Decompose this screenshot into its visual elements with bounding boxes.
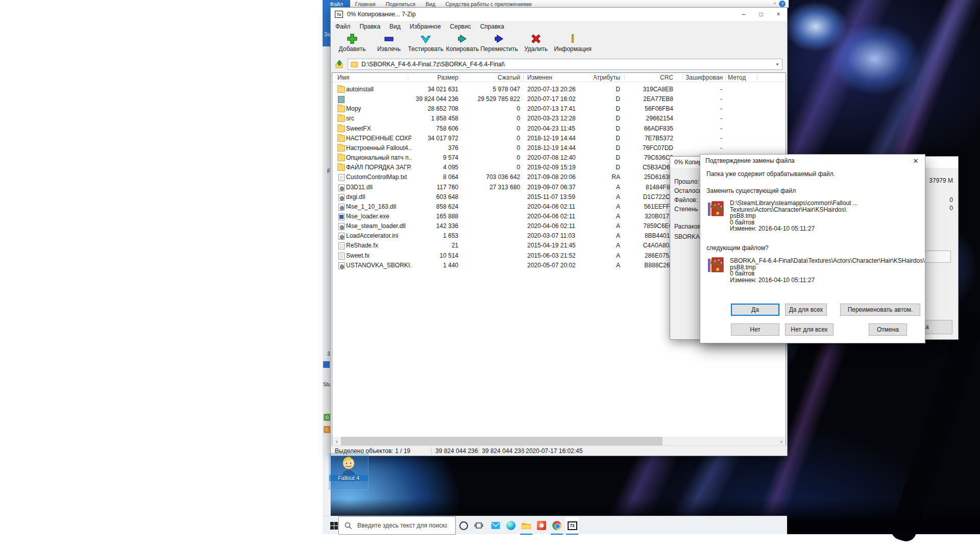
column-crc[interactable]: CRC — [627, 74, 673, 81]
cell-mod: 2019-09-07 06:37 — [527, 184, 595, 191]
column-size[interactable]: Размер — [410, 74, 458, 81]
menu-view[interactable]: Вид — [385, 23, 405, 30]
file-explorer-icon — [521, 521, 531, 530]
cell-enc: - — [683, 125, 722, 132]
gear-icon — [338, 184, 345, 191]
auto-rename-button[interactable]: Переименовать автом. — [840, 304, 920, 316]
tab-share[interactable]: Поделиться — [381, 1, 421, 8]
copy-button[interactable]: Копировать — [444, 32, 481, 53]
cell-mod: 2020-05-07 20:02 — [527, 262, 595, 269]
vault-boy-icon — [338, 455, 359, 475]
extract-button[interactable]: Извлечь — [371, 32, 407, 53]
cancel-button[interactable]: Отмена — [869, 323, 907, 336]
delete-button[interactable]: Удалить — [518, 32, 554, 53]
cell-enc: - — [683, 105, 722, 112]
tab-view[interactable]: Вид — [421, 1, 440, 8]
chrome-button[interactable] — [549, 516, 565, 535]
scrollbar-thumb[interactable] — [341, 437, 663, 445]
no-button[interactable]: Нет — [731, 323, 779, 336]
active-indicator — [566, 534, 578, 535]
menu-file[interactable]: Файл — [331, 23, 355, 30]
search-input[interactable] — [356, 521, 448, 530]
menu-edit[interactable]: Правка — [355, 23, 385, 30]
office-button[interactable] — [534, 516, 549, 535]
close-icon[interactable]: ✕ — [909, 156, 923, 166]
close-button[interactable]: × — [770, 8, 787, 21]
test-button[interactable]: Тестировать — [407, 32, 444, 53]
taskbar-search[interactable] — [338, 516, 456, 535]
titlebar[interactable]: 7z 0% Копирование... 7-Zip – □ × — [331, 8, 787, 21]
chevron-down-icon[interactable]: ▾ — [773, 59, 782, 69]
desktop-icon-fragment: G — [324, 414, 331, 421]
table-row[interactable]: 39 824 044 23629 529 785 8222020-07-17 1… — [332, 94, 786, 104]
column-attributes[interactable]: Атрибуты — [587, 74, 620, 81]
cortana-button[interactable] — [456, 516, 471, 535]
tab-home[interactable]: Главная — [350, 1, 381, 8]
cell-mod: 2020-07-13 20:26 — [527, 86, 595, 93]
cell-mod: 2020-03-23 12:28 — [527, 115, 595, 122]
menu-help[interactable]: Справка — [476, 23, 509, 30]
file-explorer-button[interactable] — [519, 516, 534, 535]
mail-button[interactable] — [488, 516, 503, 535]
edge-icon — [506, 521, 516, 530]
scroll-left-icon[interactable]: ‹ — [332, 437, 341, 445]
column-method[interactable]: Метод — [728, 74, 746, 81]
table-row[interactable]: Mopy28 652 70802020-07-13 17:41D56F06FB4… — [332, 104, 786, 114]
column-name[interactable]: Имя — [337, 74, 349, 81]
collapse-ribbon-icon[interactable]: ^ — [774, 2, 776, 7]
list-header[interactable]: Имя Размер Сжатый Изменен Атрибуты CRC З… — [332, 73, 786, 82]
task-view-icon — [474, 521, 483, 530]
menu-favorites[interactable]: Избранное — [405, 23, 446, 30]
running-indicator — [520, 534, 532, 535]
cell-crc: 66ADF835 — [627, 125, 673, 132]
table-row[interactable]: НАСТРОЕННЫЕ СОХР...34 017 97202018-12-19… — [332, 134, 786, 143]
table-row[interactable]: src1 858 45802020-03-23 12:28D29662154- — [332, 114, 786, 123]
background-text-fragment: Stu — [323, 382, 331, 387]
yes-button[interactable]: Да — [731, 304, 779, 316]
column-packed[interactable]: Сжатый — [461, 74, 520, 81]
horizontal-scrollbar[interactable]: ‹ › — [332, 437, 786, 445]
up-folder-button[interactable] — [333, 59, 346, 70]
toolbar: Добавить Извлечь Тестировать Копировать … — [331, 32, 787, 57]
elapsed-label: Прошло: — [674, 178, 699, 185]
yes-to-all-button[interactable]: Да для всех — [785, 304, 827, 316]
move-icon — [493, 33, 505, 45]
task-view-button[interactable] — [471, 516, 486, 535]
remaining-label: Осталось: — [674, 187, 703, 194]
cell-packed: 0 — [461, 125, 520, 132]
desktop-icon-fallout4[interactable]: Fallout 4 — [329, 453, 369, 490]
dialog-message: Папка уже содержит обрабатываемый файл. — [706, 170, 835, 178]
cell-packed: 29 529 785 822 — [461, 95, 520, 103]
svg-text:i: i — [571, 33, 574, 44]
move-button[interactable]: Переместить — [481, 32, 518, 53]
address-combo[interactable]: D:\SBORKA_F4-6.4-Final.7z\SBORKA_F4-6.4-… — [348, 59, 782, 70]
cell-size: 34 017 972 — [410, 135, 458, 142]
sevenzip-taskbar-button[interactable]: 7z — [565, 516, 580, 535]
column-modified[interactable]: Изменен — [527, 74, 552, 81]
info-button[interactable]: i Информация — [554, 32, 591, 53]
scroll-right-icon[interactable]: › — [777, 437, 786, 445]
minimize-button[interactable]: – — [735, 8, 752, 21]
value-1: 0 — [949, 196, 953, 204]
cell-name: Опциональный патч п... — [346, 154, 411, 161]
table-row[interactable]: SweetFX758 60602020-04-23 11:45D66ADF835… — [332, 124, 786, 134]
cell-mod: 2015-06-03 21:52 — [527, 252, 595, 259]
cell-packed: 0 — [461, 115, 520, 122]
cell-attr: A — [587, 213, 620, 220]
help-icon[interactable]: ? — [779, 1, 786, 7]
table-row[interactable]: autoinstall34 021 6315 978 0472020-07-13… — [332, 85, 786, 94]
table-row[interactable]: Настроенный Fallout4...37602018-12-19 14… — [332, 143, 786, 153]
exe-icon — [338, 213, 345, 220]
maximize-button[interactable]: □ — [752, 8, 770, 21]
tab-app-tools[interactable]: Средства работы с приложениями — [440, 1, 537, 8]
menu-tools[interactable]: Сервис — [446, 23, 476, 30]
add-button[interactable]: Добавить — [334, 32, 371, 53]
folder-icon — [337, 135, 345, 142]
no-to-all-button[interactable]: Нет для всех — [785, 323, 834, 336]
edge-button[interactable] — [503, 516, 519, 535]
column-encrypted[interactable]: Зашифрован — [685, 74, 723, 81]
cell-size: 4 095 — [410, 164, 458, 171]
cell-enc: - — [683, 95, 722, 103]
file-size: 0 байтов — [730, 270, 924, 277]
cell-name: ФАЙЛ ПОРЯДКА ЗАГР... — [346, 164, 411, 171]
